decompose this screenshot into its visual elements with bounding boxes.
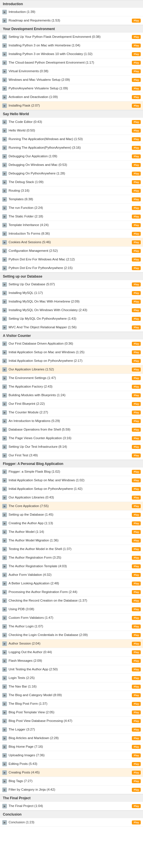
lesson-row[interactable]: ▶Initial Application Setup on Mac and Wi… — [0, 348, 143, 356]
lesson-row[interactable]: ▶The Cloud-based Python Development Envi… — [0, 58, 143, 67]
play-badge[interactable]: Play — [132, 642, 141, 646]
lesson-row[interactable]: ▶A Better Looking Application (2:48)Play — [0, 579, 143, 588]
lesson-row[interactable]: ▶Author Session (2:04)Play — [0, 640, 143, 648]
play-badge[interactable]: Play — [132, 35, 141, 39]
play-badge[interactable]: Play — [132, 676, 141, 680]
lesson-row[interactable]: ▶Debugging Our Application (1:09)Play — [0, 152, 143, 161]
play-badge[interactable]: Play — [132, 659, 141, 663]
lesson-row[interactable]: ▶Blog Post Template View (2:05)Play — [0, 708, 143, 717]
lesson-row[interactable]: ▶Setting Up Our Database (5:07)Play — [0, 280, 143, 289]
lesson-row[interactable]: ▶Custom Form Validators (1:47)Play — [0, 614, 143, 622]
lesson-row[interactable]: ▶Creating Posts (4:45)Play — [0, 768, 143, 777]
lesson-row[interactable]: ▶PythonAnywhere Virtualenv Setup (1:09)P… — [0, 84, 143, 93]
lesson-row[interactable]: ▶The Author Login (1:07)Play — [0, 622, 143, 631]
lesson-row[interactable]: ▶Initial Application Setup on PythonAnyw… — [0, 356, 143, 365]
lesson-row[interactable]: ▶Debugging On PythonAnywhere (1:28)Play — [0, 169, 143, 178]
play-badge[interactable]: Play — [132, 95, 141, 99]
play-badge[interactable]: Play — [132, 163, 141, 167]
lesson-row[interactable]: ▶Initial Application Setup on PythonAnyw… — [0, 485, 143, 493]
lesson-row[interactable]: ▶Our Application Libraries (0:43)Play — [0, 493, 143, 502]
lesson-row[interactable]: ▶Filter by Category in Jinja (4:42)Play — [0, 785, 143, 794]
play-badge[interactable]: Play — [132, 257, 141, 261]
play-badge[interactable]: Play — [132, 521, 141, 525]
play-badge[interactable]: Play — [132, 445, 141, 449]
play-badge[interactable]: Play — [132, 513, 141, 517]
lesson-row[interactable]: ▶Author Form Validation (4:32)Play — [0, 571, 143, 579]
play-badge[interactable]: Play — [132, 804, 141, 808]
lesson-row[interactable]: ▶The Nav Bar (1:16)Play — [0, 682, 143, 691]
play-badge[interactable]: Play — [132, 436, 141, 440]
lesson-row[interactable]: ▶The Core Application (7:55)Play — [0, 502, 143, 510]
lesson-row[interactable]: ▶The Static Folder (2:18)Play — [0, 212, 143, 221]
play-badge[interactable]: Play — [132, 180, 141, 184]
lesson-row[interactable]: ▶The Application Factory (2:43)Play — [0, 382, 143, 391]
lesson-row[interactable]: ▶Templates (6:38)Play — [0, 195, 143, 204]
play-badge[interactable]: Play — [132, 69, 141, 73]
lesson-row[interactable]: ▶Hello World (0:50)Play — [0, 126, 143, 135]
play-badge[interactable]: Play — [132, 478, 141, 483]
play-badge[interactable]: Play — [132, 376, 141, 380]
lesson-row[interactable]: ▶Virtual Environments (0:38)Play — [0, 67, 143, 75]
play-badge[interactable]: Play — [132, 120, 141, 124]
lesson-row[interactable]: ▶Editing Posts (5:43)Play — [0, 760, 143, 768]
play-badge[interactable]: Play — [132, 240, 141, 244]
play-badge[interactable]: Play — [132, 232, 141, 236]
play-badge[interactable]: Play — [132, 146, 141, 150]
lesson-row[interactable]: ▶Uploading Images (7:36)Play — [0, 751, 143, 760]
lesson-row[interactable]: ▶Processing the Author Registration Form… — [0, 588, 143, 596]
play-badge[interactable]: Play — [132, 693, 141, 697]
play-badge[interactable]: Play — [132, 607, 141, 611]
lesson-row[interactable]: ▶Running The Application(Windows and Mac… — [0, 135, 143, 144]
lesson-row[interactable]: ▶Database Operations from the Shell (5:5… — [0, 425, 143, 434]
lesson-row[interactable]: ▶Flash Messages (2:09)Play — [0, 657, 143, 665]
play-badge[interactable]: Play — [132, 788, 141, 792]
play-badge[interactable]: Play — [132, 470, 141, 474]
play-badge[interactable]: Play — [132, 368, 141, 372]
lesson-row[interactable]: ▶The Author Model Migration (1:36)Play — [0, 536, 143, 545]
lesson-row[interactable]: ▶Conclusion (1:23)Play — [0, 818, 143, 827]
play-badge[interactable]: Play — [132, 599, 141, 603]
lesson-row[interactable]: ▶Activation and Deactivation (1:09)Play — [0, 93, 143, 101]
play-badge[interactable]: Play — [132, 762, 141, 766]
lesson-row[interactable]: ▶Installing MySQL On Windows With Chocol… — [0, 306, 143, 314]
lesson-row[interactable]: ▶Testing the Author Model in the Shell (… — [0, 545, 143, 554]
play-badge[interactable]: Play — [132, 359, 141, 363]
play-badge[interactable]: Play — [132, 87, 141, 91]
lesson-row[interactable]: ▶Installing MySQL On Mac With Homebrew (… — [0, 297, 143, 306]
lesson-row[interactable]: ▶Debugging On Windows and Mac (0:53)Play — [0, 161, 143, 169]
play-badge[interactable]: Play — [132, 326, 141, 330]
lesson-row[interactable]: ▶Setting Up Our Test Infrastructure (8:1… — [0, 443, 143, 451]
lesson-row[interactable]: ▶Installing Python 3 on Windows 10 with … — [0, 50, 143, 58]
play-badge[interactable]: Play — [132, 719, 141, 723]
lesson-row[interactable]: ▶Blog Post View Database Processing (4:4… — [0, 717, 143, 725]
play-badge[interactable]: Play — [132, 616, 141, 620]
play-badge[interactable]: Play — [132, 197, 141, 202]
play-badge[interactable]: Play — [132, 530, 141, 534]
lesson-row[interactable]: ▶Setting Up Your Python Flask Developmen… — [0, 33, 143, 41]
play-badge[interactable]: Play — [132, 137, 141, 141]
lesson-row[interactable]: ▶The Page Views Counter Application (3:1… — [0, 434, 143, 443]
play-badge[interactable]: Play — [132, 52, 141, 56]
play-badge[interactable]: Play — [132, 154, 141, 158]
play-badge[interactable]: Play — [132, 172, 141, 176]
lesson-row[interactable]: ▶Running The Application(PythonAnywhere)… — [0, 144, 143, 152]
play-badge[interactable]: Play — [132, 317, 141, 321]
lesson-row[interactable]: ▶Routing (3:16)Play — [0, 186, 143, 195]
play-badge[interactable]: Play — [132, 685, 141, 689]
play-badge[interactable]: Play — [132, 633, 141, 637]
lesson-row[interactable]: ▶Template Inheritance (4:24)Play — [0, 221, 143, 229]
lesson-row[interactable]: ▶Roadmap and Requirements (1:53)Play — [0, 16, 143, 25]
play-badge[interactable]: Play — [132, 104, 141, 108]
lesson-row[interactable]: ▶Our First Database Driven Application (… — [0, 339, 143, 348]
play-badge[interactable]: Play — [132, 753, 141, 757]
lesson-row[interactable]: ▶Python Dot Env For Windows And Mac (2:1… — [0, 255, 143, 264]
play-badge[interactable]: Play — [132, 820, 141, 825]
play-badge[interactable]: Play — [132, 556, 141, 560]
lesson-row[interactable]: ▶Blog Home Page (7:16)Play — [0, 743, 143, 751]
play-badge[interactable]: Play — [132, 573, 141, 577]
play-badge[interactable]: Play — [132, 624, 141, 628]
lesson-row[interactable]: ▶Initial Application Setup on Mac and Wi… — [0, 476, 143, 485]
play-badge[interactable]: Play — [132, 19, 141, 23]
play-badge[interactable]: Play — [132, 538, 141, 542]
lesson-row[interactable]: ▶Unit Testing the Author App (2:50)Play — [0, 665, 143, 674]
